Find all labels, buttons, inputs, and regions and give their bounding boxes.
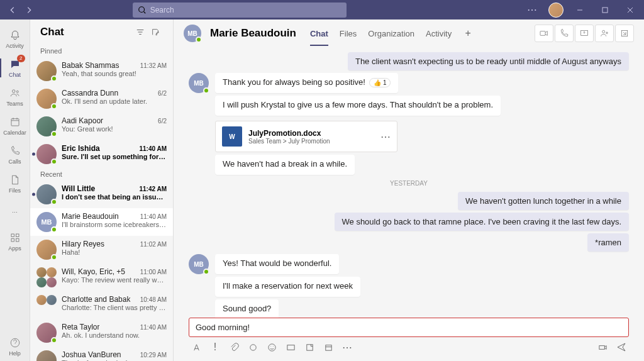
rail-teams[interactable]: Teams [0, 82, 30, 111]
video-call-button[interactable] [535, 25, 553, 42]
tab-organization[interactable]: Organization [368, 21, 414, 46]
chat-item-time: 11:40 AM [140, 213, 167, 220]
message-bubble[interactable]: I will push Krystal to give us a few mor… [215, 96, 501, 116]
message-bubble[interactable]: Sound good? [215, 299, 279, 318]
chat-list-item[interactable]: Charlotte and Babak10:48 AMCharlotte: Th… [30, 291, 173, 319]
chat-list-item[interactable]: Will Little11:42 AMI don't see that bein… [30, 181, 173, 208]
titlebar: Search ⋯ [0, 0, 644, 19]
filter-icon[interactable] [133, 25, 148, 40]
chat-item-name: Eric Ishida [62, 144, 100, 153]
avatar [36, 89, 57, 109]
sender-avatar[interactable]: MB [189, 254, 209, 274]
nav-forward[interactable] [21, 3, 36, 18]
svg-rect-4 [11, 119, 19, 126]
rail-chat[interactable]: 2Chat [0, 53, 30, 82]
composer: Good morning! ! ⋯ [189, 318, 629, 357]
search-input[interactable]: Search [133, 3, 347, 18]
file-more-icon[interactable]: ⋯ [380, 131, 391, 143]
sticker-icon[interactable] [303, 341, 316, 353]
chat-list-item[interactable]: Cassandra Dunn6/2Ok. I'll send an update… [30, 85, 173, 113]
app-rail: Activity 2Chat Teams Calendar Calls File… [0, 19, 30, 361]
svg-point-17 [270, 346, 271, 347]
video-clip-icon[interactable] [596, 341, 609, 353]
message-bubble[interactable]: I'll make a reservation for next week [215, 277, 360, 297]
priority-icon[interactable]: ! [209, 341, 221, 353]
svg-rect-1 [602, 8, 608, 13]
avatar [36, 267, 57, 287]
rail-apps[interactable]: Apps [0, 227, 30, 256]
svg-rect-21 [325, 345, 331, 350]
chat-item-time: 6/2 [158, 118, 167, 125]
avatar [36, 144, 57, 164]
tab-chat[interactable]: Chat [310, 21, 328, 46]
message-bubble[interactable]: Yes! That would be wonderful. [215, 254, 339, 274]
message-bubble[interactable]: We haven't had a break in a while. [215, 155, 355, 175]
nav-back[interactable] [5, 3, 20, 18]
add-people-button[interactable] [595, 25, 614, 42]
attach-icon[interactable] [228, 341, 240, 353]
chat-list-item[interactable]: Hilary Reyes11:02 AMHaha! [30, 236, 173, 264]
avatar [36, 61, 57, 81]
message-bubble[interactable]: Thank you for always being so positive!👍… [215, 73, 398, 93]
chat-item-preview: Yeah, that sounds great! [62, 70, 167, 77]
svg-rect-19 [287, 345, 294, 350]
window-minimize[interactable] [571, 1, 589, 19]
tab-files[interactable]: Files [340, 21, 357, 46]
rail-activity[interactable]: Activity [0, 25, 30, 53]
section-pinned: Pinned [30, 45, 173, 57]
more-compose-icon[interactable]: ⋯ [341, 341, 353, 353]
message-bubble[interactable]: *ramen [587, 233, 629, 252]
rail-calls[interactable]: Calls [0, 140, 30, 169]
contact-avatar[interactable]: MB [184, 25, 201, 42]
svg-point-16 [268, 343, 275, 350]
message-bubble[interactable]: We haven't gotten lunch together in a wh… [458, 192, 629, 210]
format-icon[interactable] [190, 341, 203, 353]
avatar [36, 295, 57, 315]
svg-rect-7 [11, 239, 14, 242]
audio-call-button[interactable] [555, 25, 574, 42]
share-screen-button[interactable] [575, 25, 594, 42]
chat-item-time: 11:02 AM [140, 241, 167, 248]
chat-list-item[interactable]: Aadi Kapoor6/2You: Great work! [30, 113, 173, 140]
send-button[interactable] [615, 341, 628, 353]
popout-button[interactable] [615, 25, 634, 42]
chat-item-time: 11:00 AM [140, 269, 167, 275]
chat-list-item[interactable]: Reta Taylor11:40 AMAh. ok. I understand … [30, 319, 173, 347]
chat-list-item[interactable]: Joshua VanBuren10:29 AMThanks for review… [30, 347, 173, 361]
rail-calendar[interactable]: Calendar [0, 111, 30, 140]
new-chat-icon[interactable] [148, 25, 163, 40]
svg-point-0 [138, 6, 144, 12]
chat-list-item[interactable]: MBMarie Beaudouin11:40 AMI'll brainstorm… [30, 208, 173, 236]
avatar [36, 350, 57, 361]
chat-item-name: Charlotte and Babak [62, 295, 130, 304]
current-user-avatar[interactable] [548, 3, 564, 18]
chat-list-item[interactable]: Will, Kayo, Eric, +511:00 AMKayo: The re… [30, 264, 173, 291]
chat-list-item[interactable]: Eric Ishida11:40 AMSure. I'll set up som… [30, 140, 173, 168]
window-maximize[interactable] [596, 1, 614, 19]
loop-icon[interactable] [247, 341, 259, 353]
file-attachment[interactable]: WJulyPromotion.docxSales Team > July Pro… [215, 121, 397, 152]
rail-files[interactable]: Files [0, 169, 30, 198]
tab-activity[interactable]: Activity [426, 21, 452, 46]
rail-help[interactable]: Help [0, 332, 30, 361]
rail-more[interactable]: ⋯ [0, 198, 30, 227]
gif-icon[interactable] [284, 341, 297, 353]
message-bubble[interactable]: The client wasn't expecting us to be rea… [348, 52, 629, 70]
chat-item-preview: I'll brainstorm some icebreakers for our… [62, 221, 167, 228]
reaction-thumbs-up[interactable]: 👍 1 [369, 78, 391, 87]
add-tab-icon[interactable]: + [460, 26, 475, 41]
avatar [36, 116, 57, 136]
chat-item-preview: Sure. I'll set up something for next wee… [62, 153, 167, 160]
sender-avatar[interactable]: MB [189, 73, 209, 93]
window-close[interactable] [621, 1, 639, 19]
svg-point-3 [16, 91, 18, 92]
chat-item-name: Will Little [62, 184, 95, 193]
chat-list-item[interactable]: Babak Shammas11:32 AMYeah, that sounds g… [30, 57, 173, 85]
more-icon[interactable]: ⋯ [523, 1, 541, 19]
section-recent: Recent [30, 168, 173, 181]
schedule-icon[interactable] [322, 341, 335, 353]
compose-input[interactable]: Good morning! [189, 318, 629, 337]
message-list: The client wasn't expecting us to be rea… [174, 47, 644, 318]
message-bubble[interactable]: We should go back to that ramne place. I… [335, 213, 630, 231]
emoji-icon[interactable] [265, 341, 278, 353]
